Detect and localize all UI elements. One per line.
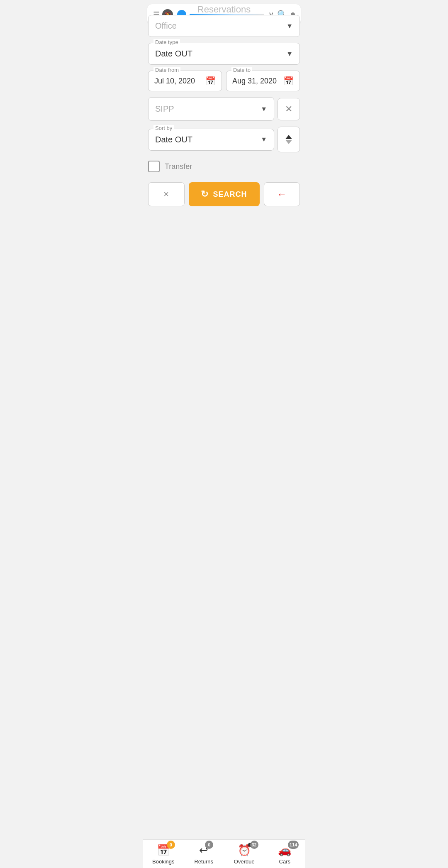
back-icon: ← bbox=[277, 188, 287, 200]
sipp-row: SIPP ▼ ✕ bbox=[148, 97, 300, 121]
date-type-value: Date OUT bbox=[155, 49, 192, 59]
date-from-label: Date from bbox=[153, 67, 180, 73]
action-buttons-row: × ↻ SEARCH ← bbox=[148, 182, 300, 206]
main-content: Office ▼ Date type Date OUT ▼ Date from … bbox=[143, 15, 305, 206]
sort-by-label: Sort by bbox=[153, 125, 174, 131]
sort-down-icon bbox=[285, 140, 292, 144]
sort-by-dropdown-arrow: ▼ bbox=[261, 136, 267, 143]
refresh-icon: ↻ bbox=[201, 189, 209, 200]
back-button[interactable]: ← bbox=[264, 182, 300, 206]
sort-up-icon bbox=[285, 135, 292, 139]
date-type-dropdown-arrow: ▼ bbox=[286, 50, 293, 58]
date-to-value: Aug 31, 2020 bbox=[232, 77, 277, 86]
date-type-label: Date type bbox=[153, 39, 180, 45]
transfer-row: Transfer bbox=[148, 158, 300, 175]
date-to-field[interactable]: Date to Aug 31, 2020 📅 bbox=[226, 71, 300, 91]
sipp-placeholder: SIPP bbox=[155, 104, 174, 114]
date-from-calendar-icon[interactable]: 📅 bbox=[205, 76, 216, 86]
sipp-dropdown-arrow: ▼ bbox=[261, 105, 267, 113]
clear-button[interactable]: × bbox=[148, 182, 185, 206]
date-type-dropdown[interactable]: Date type Date OUT ▼ bbox=[148, 43, 300, 65]
office-dropdown-arrow: ▼ bbox=[286, 22, 293, 30]
transfer-checkbox[interactable] bbox=[148, 161, 160, 172]
clear-icon: × bbox=[163, 189, 169, 200]
sort-by-value: Date OUT bbox=[155, 135, 192, 144]
date-to-calendar-icon[interactable]: 📅 bbox=[283, 76, 294, 86]
date-from-field[interactable]: Date from Jul 10, 2020 📅 bbox=[148, 71, 222, 91]
sipp-dropdown[interactable]: SIPP ▼ bbox=[148, 97, 274, 121]
sort-by-dropdown[interactable]: Sort by Date OUT ▼ bbox=[148, 129, 274, 151]
office-placeholder: Office bbox=[155, 21, 177, 31]
date-from-value: Jul 10, 2020 bbox=[154, 77, 195, 86]
date-to-label: Date to bbox=[231, 67, 252, 73]
transfer-label: Transfer bbox=[165, 162, 192, 171]
search-button[interactable]: ↻ SEARCH bbox=[189, 182, 260, 206]
sipp-clear-button[interactable]: ✕ bbox=[278, 98, 300, 120]
sort-row: Sort by Date OUT ▼ bbox=[148, 127, 300, 152]
date-range-row: Date from Jul 10, 2020 📅 Date to Aug 31,… bbox=[148, 71, 300, 91]
search-label: SEARCH bbox=[213, 190, 247, 199]
sort-order-button[interactable] bbox=[278, 127, 300, 152]
office-dropdown[interactable]: Office ▼ bbox=[148, 15, 300, 37]
